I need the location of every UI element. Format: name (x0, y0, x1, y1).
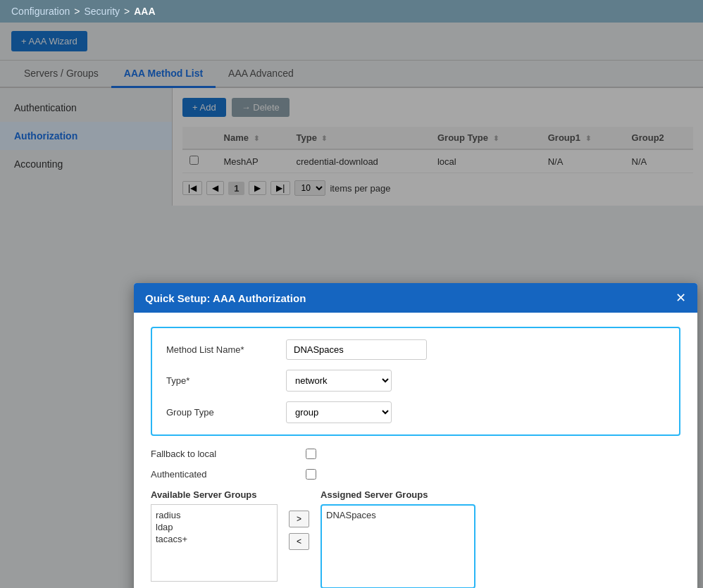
nav-separator-1: > (74, 6, 80, 17)
modal-close-button[interactable]: ✕ (676, 292, 686, 304)
group-type-row: Group Type group local none (166, 401, 665, 423)
modal-form-section: Method List Name* Type* network exec com… (151, 327, 680, 436)
assigned-groups-container: Assigned Server Groups DNASpaces (321, 489, 475, 588)
available-groups-label: Available Server Groups (151, 489, 278, 500)
list-item[interactable]: radius (156, 509, 273, 521)
modal-title: Quick Setup: AAA Authorization (145, 292, 306, 304)
authenticated-row: Authenticated (151, 469, 680, 480)
fallback-label: Fallback to local (151, 449, 306, 459)
group-type-select[interactable]: group local none (286, 401, 392, 423)
modal-body: Method List Name* Type* network exec com… (134, 313, 697, 588)
type-label: Type* (166, 375, 286, 386)
fallback-checkbox[interactable] (306, 449, 316, 459)
method-list-name-row: Method List Name* (166, 339, 665, 360)
breadcrumb: Configuration > Security > AAA (0, 0, 703, 23)
list-item[interactable]: ldap (156, 521, 273, 533)
move-right-button[interactable]: > (289, 511, 309, 527)
authenticated-checkbox[interactable] (306, 469, 316, 480)
type-select[interactable]: network exec commands (286, 370, 392, 392)
nav-separator-2: > (124, 6, 130, 17)
list-item[interactable]: DNASpaces (326, 510, 470, 520)
group-type-label: Group Type (166, 407, 286, 418)
main-area: + AAA Wizard Servers / Groups AAA Method… (0, 23, 703, 588)
nav-configuration[interactable]: Configuration (11, 6, 70, 17)
assigned-groups-label: Assigned Server Groups (321, 489, 475, 500)
method-list-name-input[interactable] (286, 339, 427, 360)
available-groups-list[interactable]: radius ldap tacacs+ (151, 504, 278, 582)
server-groups-section: Available Server Groups radius ldap taca… (151, 489, 680, 588)
group-arrows: > < (289, 489, 309, 550)
modal-aaa-authorization: Quick Setup: AAA Authorization ✕ Method … (134, 283, 697, 588)
authenticated-label: Authenticated (151, 469, 306, 480)
available-groups-container: Available Server Groups radius ldap taca… (151, 489, 278, 582)
nav-security[interactable]: Security (84, 6, 120, 17)
assigned-groups-list[interactable]: DNASpaces (321, 504, 475, 588)
type-row: Type* network exec commands (166, 370, 665, 392)
method-list-name-label: Method List Name* (166, 344, 286, 355)
modal-header: Quick Setup: AAA Authorization ✕ (134, 283, 697, 313)
fallback-row: Fallback to local (151, 449, 680, 459)
move-left-button[interactable]: < (289, 533, 309, 550)
list-item[interactable]: tacacs+ (156, 533, 273, 545)
nav-current: AAA (134, 6, 155, 17)
